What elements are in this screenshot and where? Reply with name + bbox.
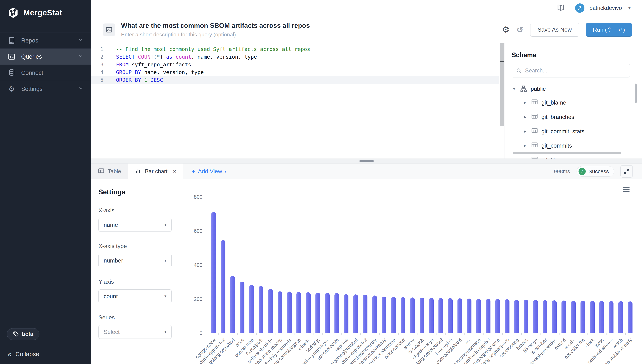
x-axis-tick	[625, 333, 626, 335]
chevron-down-icon	[78, 37, 84, 44]
code-line[interactable]: 1-- Find the most commonly used Syft art…	[91, 45, 499, 53]
field-x-axis: X-axisname▾	[98, 207, 179, 232]
x-axis-tick	[284, 333, 285, 335]
schema-table-label: git_files	[542, 157, 561, 159]
bar-ms	[467, 298, 472, 333]
save-as-new-button[interactable]: Save As New	[530, 23, 579, 36]
run-button[interactable]: Run (⇧ + ↵)	[586, 23, 632, 36]
query-settings-gear-icon[interactable]: ⚙	[502, 26, 510, 34]
sidebar-item-queries[interactable]: Queries	[0, 48, 91, 65]
sidebar: MergeStat ReposQueriesConnect⚙Settings b…	[0, 0, 91, 364]
username[interactable]: patrickdevivo	[590, 5, 622, 11]
x-axis-tick	[588, 333, 588, 335]
caret-right-icon[interactable]: ▸	[523, 143, 528, 148]
caret-right-icon[interactable]: ▸	[523, 100, 528, 105]
x-axis-tick	[540, 333, 540, 335]
caret-right-icon[interactable]: ▸	[523, 129, 528, 134]
schema-vertical-scrollbar[interactable]	[635, 84, 636, 103]
schema-tree: ▾ public ▸git_blame▸git_branches▸git_com…	[512, 85, 642, 158]
bar-github.com/google/uuid	[458, 298, 462, 333]
x-axis-tick	[474, 333, 474, 335]
bar-github.com/oklog/run	[296, 292, 301, 333]
schema-table-git_commit_stats[interactable]: ▸git_commit_stats	[523, 127, 642, 136]
search-icon	[516, 68, 522, 74]
sidebar-item-connect[interactable]: Connect	[0, 65, 91, 81]
docs-book-icon[interactable]	[557, 4, 565, 12]
query-duration: 998ms	[554, 168, 570, 174]
tabs: TableBar chart×	[91, 164, 183, 179]
query-description	[121, 30, 496, 38]
x-axis-type-select[interactable]: number▾	[98, 254, 172, 267]
bar-cgh/go-spew	[211, 212, 216, 333]
query-titles: What are the most common SBOM artifacts …	[121, 22, 496, 38]
close-icon[interactable]: ×	[173, 168, 176, 175]
x-axis-tick	[616, 333, 616, 335]
schema-search-input[interactable]	[525, 68, 626, 74]
beta-badge: beta	[7, 328, 40, 340]
chart-menu-icon[interactable]	[622, 186, 631, 194]
x-axis-tick	[360, 333, 361, 335]
y-axis-select[interactable]: count▾	[98, 290, 172, 303]
bar-ithub.com/stretchr/testify	[372, 296, 377, 333]
panel-resize-strip	[91, 158, 642, 164]
status-badge: ✓ Success	[576, 166, 614, 176]
tab-table[interactable]: Table	[91, 164, 128, 179]
bar-util-deprecate	[334, 293, 339, 333]
sitemap-icon	[520, 85, 528, 92]
bar-.com/golang/protobuf	[221, 240, 226, 333]
query-history-icon[interactable]: ↺	[516, 26, 524, 34]
schema-table-git_files[interactable]: ▸git_files	[523, 156, 642, 158]
tab-bar-chart[interactable]: Bar chart×	[128, 164, 183, 179]
bar-chart-canvas[interactable]: 0200400600800cgh/go-spew.com/golang/prot…	[179, 179, 642, 364]
editor-scrollbar[interactable]	[499, 44, 504, 158]
series-select[interactable]: Select▾	[98, 325, 172, 339]
schema-panel: Schema ▾ public	[504, 44, 642, 158]
bar-once	[240, 282, 244, 333]
settings-fields: X-axisname▾X-axis typenumber▾Y-axiscount…	[98, 207, 179, 339]
sql-editor[interactable]: 1-- Find the most commonly used Syft art…	[91, 44, 499, 158]
code-line[interactable]: 5ORDER BY 1 DESC	[91, 76, 499, 84]
x-axis-select[interactable]: name▾	[98, 218, 172, 232]
x-axis-tick	[209, 333, 209, 335]
schema-node-public[interactable]: ▾ public	[512, 85, 642, 92]
sidebar-item-repos[interactable]: Repos	[0, 32, 91, 48]
x-axis-tick	[332, 333, 332, 335]
x-axis-tick	[237, 333, 238, 335]
x-axis-tick	[342, 333, 342, 335]
caret-right-icon[interactable]: ▸	[523, 114, 528, 120]
editor-scrollbar-thumb[interactable]	[500, 44, 504, 126]
panel-resize-handle[interactable]	[360, 160, 374, 162]
schema-table-git_branches[interactable]: ▸git_branches	[523, 112, 642, 121]
x-axis-line	[209, 333, 639, 333]
query-title[interactable]: What are the most common SBOM artifacts …	[121, 22, 496, 30]
user-menu-caret-icon[interactable]: ▾	[627, 6, 632, 10]
field-label: X-axis type	[98, 243, 179, 250]
caret-down-icon[interactable]: ▾	[512, 86, 517, 91]
sidebar-collapse-button[interactable]: « Collapse	[0, 344, 91, 364]
expand-icon	[623, 168, 630, 175]
query-actions: ⚙ ↺ Save As New Run (⇧ + ↵)	[502, 23, 632, 36]
sidebar-item-settings[interactable]: ⚙Settings	[0, 81, 91, 97]
add-view-button[interactable]: + Add View ▾	[183, 164, 235, 179]
gear-icon: ⚙	[8, 85, 16, 93]
x-axis-tick	[379, 333, 380, 335]
x-axis-tick	[398, 333, 399, 335]
avatar[interactable]	[575, 4, 584, 13]
x-axis-tick	[351, 333, 351, 335]
fullscreen-button[interactable]	[620, 165, 633, 178]
select-caret-icon: ▾	[164, 294, 166, 298]
bar-set-blocking	[514, 300, 519, 333]
schema-horizontal-scrollbar[interactable]	[513, 152, 622, 154]
x-axis-tick	[578, 333, 578, 335]
code-line[interactable]: 3FROM syft_repo_artifacts	[91, 60, 499, 68]
query-description-input[interactable]	[121, 32, 318, 38]
schema-table-git_commits[interactable]: ▸git_commits	[523, 141, 642, 150]
line-number: 3	[91, 62, 104, 68]
add-view-caret-icon: ▾	[224, 169, 226, 174]
settings-title: Settings	[98, 188, 179, 196]
schema-table-git_blame[interactable]: ▸git_blame	[523, 98, 642, 107]
code-line[interactable]: 4GROUP BY name, version, type	[91, 68, 499, 76]
query-header: What are the most common SBOM artifacts …	[91, 16, 642, 44]
x-axis-tick	[275, 333, 276, 335]
code-line[interactable]: 2SELECT COUNT(*) as count, name, version…	[91, 53, 499, 60]
